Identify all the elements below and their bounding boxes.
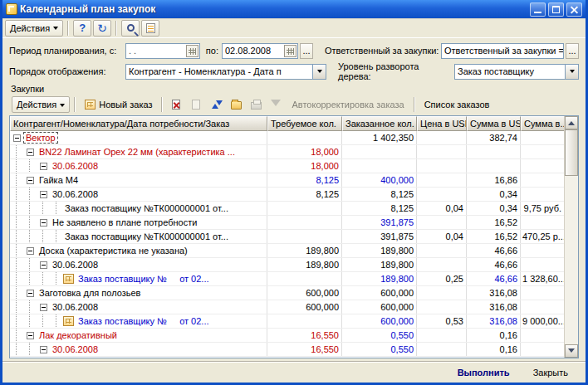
tree-cell[interactable]: Не заявлено в плане потребности <box>10 216 267 229</box>
column-header[interactable]: Контрагент/Номенклатура/Дата потребности… <box>10 116 267 131</box>
tree-cell[interactable]: 30.06.2008 <box>10 343 267 356</box>
value-cell[interactable] <box>417 188 467 201</box>
value-cell[interactable]: 316,08 <box>467 300 521 314</box>
table-row[interactable]: 30.06.2008600,000600,000316,08 <box>10 300 564 314</box>
tree-cell[interactable]: Заказ поставщику № от 02... <box>10 314 267 328</box>
vertical-scrollbar[interactable] <box>564 116 578 358</box>
table-row[interactable]: Заказ поставщику №ТК000000001 от...8,125… <box>10 202 564 216</box>
value-cell[interactable]: 8,125 <box>342 188 417 201</box>
value-cell[interactable]: 16,86 <box>467 173 521 187</box>
value-cell[interactable] <box>342 145 417 158</box>
print-button[interactable] <box>247 96 265 113</box>
dropdown-button[interactable] <box>565 65 578 79</box>
value-cell[interactable] <box>417 159 467 173</box>
tree-collapse-icon[interactable] <box>40 346 47 353</box>
column-header[interactable]: Цена в USD <box>417 116 467 131</box>
value-cell[interactable] <box>267 131 342 144</box>
table-row[interactable]: 30.06.200816,5500,5500,16 <box>10 343 564 357</box>
close-button[interactable] <box>566 2 582 17</box>
move-order-button[interactable] <box>187 96 205 113</box>
tree-cell[interactable]: BN22 Ламинат Орех 22 мм (характеристика … <box>10 145 267 158</box>
value-cell[interactable]: 0,25 <box>417 272 467 285</box>
table-row[interactable]: Не заявлено в плане потребности391,87516… <box>10 216 564 230</box>
tree-cell[interactable]: Доска (характеристика не указана) <box>10 244 267 257</box>
report-button[interactable] <box>141 20 159 37</box>
value-cell[interactable]: 600,000 <box>342 286 417 300</box>
tree-collapse-icon[interactable] <box>13 134 21 142</box>
value-cell[interactable] <box>342 159 417 173</box>
tree-cell[interactable]: 30.06.2008 <box>10 300 267 314</box>
value-cell[interactable] <box>521 258 564 271</box>
tree-collapse-icon[interactable] <box>40 261 47 269</box>
depth-combobox[interactable]: Заказ поставщику <box>454 64 579 80</box>
value-cell[interactable]: 46,66 <box>467 272 521 285</box>
tree-collapse-icon[interactable] <box>27 247 34 255</box>
value-cell[interactable] <box>521 188 564 201</box>
column-header[interactable]: Требуемое кол. <box>267 116 342 131</box>
scroll-thumb[interactable] <box>565 129 578 176</box>
value-cell[interactable]: 16,52 <box>467 230 521 243</box>
table-row[interactable]: Доска (характеристика не указана)189,800… <box>10 244 564 258</box>
value-cell[interactable]: 0,550 <box>342 329 417 342</box>
actions-button[interactable]: Действия <box>5 20 63 37</box>
scroll-down-button[interactable] <box>565 344 578 358</box>
value-cell[interactable]: 600,000 <box>342 314 417 328</box>
value-cell[interactable] <box>521 145 564 158</box>
table-row[interactable]: Лак декоративный16,5500,5500,16 <box>10 329 564 343</box>
responsible-field[interactable]: Ответственный за закупки = "У... <box>441 43 564 59</box>
table-row[interactable]: 30.06.2008189,800189,80046,66 <box>10 258 564 272</box>
tree-collapse-icon[interactable] <box>27 149 34 156</box>
close-order-button[interactable] <box>167 96 185 113</box>
tree-collapse-icon[interactable] <box>40 191 47 198</box>
value-cell[interactable]: 0,53 <box>417 314 467 328</box>
value-cell[interactable] <box>267 314 342 328</box>
column-header[interactable]: Сумма в... <box>521 116 564 131</box>
value-cell[interactable]: 600,000 <box>342 300 417 314</box>
value-cell[interactable] <box>267 230 342 243</box>
value-cell[interactable] <box>417 216 467 229</box>
value-cell[interactable] <box>521 131 564 144</box>
value-cell[interactable]: 1 328,60... <box>521 272 564 285</box>
table-row[interactable]: Заказ поставщику № от 02...189,8000,2546… <box>10 272 564 286</box>
value-cell[interactable] <box>417 131 467 144</box>
value-cell[interactable] <box>417 145 467 158</box>
calendar-icon[interactable] <box>186 45 198 57</box>
tree-collapse-icon[interactable] <box>40 163 47 170</box>
table-row[interactable]: BN22 Ламинат Орех 22 мм (характеристика … <box>10 145 564 159</box>
maximize-button[interactable] <box>548 2 564 17</box>
calendar-icon[interactable] <box>284 45 296 57</box>
tree-cell[interactable]: 30.06.2008 <box>10 188 267 201</box>
value-cell[interactable] <box>521 244 564 257</box>
table-row[interactable]: 30.06.20088,1258,1250,34 <box>10 188 564 202</box>
tree-cell[interactable]: Заказ поставщику № от 02... <box>10 272 267 285</box>
value-cell[interactable]: 1 402,350 <box>342 131 417 144</box>
table-row[interactable]: Гайка М48,125400,00016,86 <box>10 173 564 188</box>
filter-button[interactable] <box>267 96 285 113</box>
value-cell[interactable]: 0,16 <box>467 343 521 356</box>
value-cell[interactable]: 16,550 <box>267 343 342 356</box>
period-from-field[interactable]: . . <box>125 43 200 59</box>
value-cell[interactable] <box>521 329 564 342</box>
value-cell[interactable]: 16,52 <box>467 216 521 229</box>
value-cell[interactable]: 16,550 <box>267 329 342 342</box>
value-cell[interactable]: 0,34 <box>467 188 521 201</box>
value-cell[interactable] <box>521 286 564 300</box>
column-header[interactable]: Сумма в USD <box>467 116 521 131</box>
table-row[interactable]: Заказ поставщику №ТК000000001 от...391,8… <box>10 230 564 244</box>
value-cell[interactable] <box>521 343 564 356</box>
value-cell[interactable]: 400,000 <box>342 173 417 187</box>
help-button[interactable]: ? <box>73 20 91 37</box>
refresh-button[interactable]: ↻ <box>93 20 111 37</box>
tree-cell[interactable]: Гайка М4 <box>10 173 267 187</box>
value-cell[interactable]: 8,125 <box>267 173 342 187</box>
tree-collapse-icon[interactable] <box>40 304 47 311</box>
tree-cell[interactable]: Вектор <box>10 131 267 144</box>
table-row[interactable]: Вектор1 402,350382,74 <box>10 131 564 145</box>
value-cell[interactable] <box>521 300 564 314</box>
period-to-field[interactable]: 02.08.2008 <box>222 43 298 59</box>
tree-collapse-icon[interactable] <box>27 177 34 184</box>
value-cell[interactable] <box>417 300 467 314</box>
value-cell[interactable]: 0,16 <box>467 329 521 342</box>
value-cell[interactable]: 316,08 <box>467 286 521 300</box>
scroll-up-button[interactable] <box>565 116 578 129</box>
